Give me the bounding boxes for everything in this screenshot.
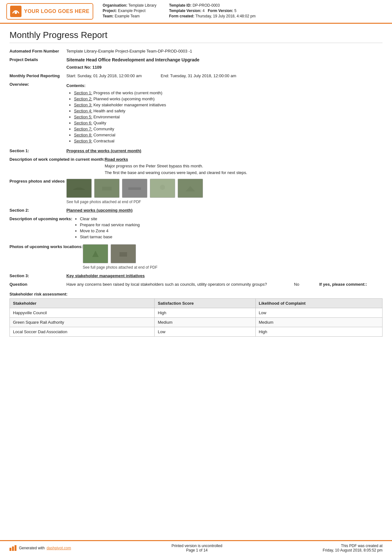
progress-photos-label: Progress photos and videos [9, 179, 66, 184]
overview-row: Overview: Contents: Section 1: Progress … [9, 82, 383, 145]
list-item: Prepare for road service marking [80, 222, 383, 227]
table-body: Happyville Council High Low Green Square… [10, 308, 383, 337]
cell-stakeholder: Green Square Rail Authority [10, 318, 155, 327]
footer-center-line2: Page 1 of 14 [171, 548, 222, 552]
photo-caption: See full page photos attached at end of … [66, 200, 383, 204]
question-inline-row: Have any concerns been raised by local s… [66, 282, 383, 287]
list-item: Section 1: Progress of the works (curren… [74, 90, 383, 95]
team-row: Team: Example Team [103, 14, 156, 18]
header-meta: Organisation: Template Library Project: … [103, 3, 383, 20]
org-row: Organisation: Template Library [103, 3, 156, 8]
overview-value: Contents: Section 1: Progress of the wor… [66, 82, 383, 145]
cell-satisfaction: High [155, 308, 255, 318]
section8-link[interactable]: Section 8: [74, 133, 92, 137]
monthly-period-value: Start: Sunday, 01 July 2018, 12:00:00 am… [66, 73, 383, 78]
upcoming-works-row: Description of upcoming works: Clear sit… [9, 216, 383, 240]
upcoming-photo-2 [111, 244, 136, 263]
contract-no: Contract No: 1109 [66, 65, 383, 70]
period-end: End: Tuesday, 31 July 2018, 12:00:00 am [161, 73, 236, 78]
list-item: Start tarmac base [80, 234, 383, 239]
photos-row [66, 179, 383, 198]
monthly-period-row: Monthly Period Reporting Start: Sunday, … [9, 73, 383, 78]
question-answer: No [294, 282, 313, 287]
svg-rect-14 [15, 545, 16, 551]
cell-satisfaction: Medium [155, 318, 255, 327]
section4-link[interactable]: Section 4: [74, 109, 92, 113]
contents-title: Contents: [66, 83, 383, 88]
work-desc1: Major progress on the Peter Street bypas… [105, 164, 383, 168]
main-content: Monthly Progress Report Automated Form N… [0, 24, 392, 540]
period-start: Start: Sunday, 01 July 2018, 12:00:00 am [66, 73, 142, 78]
photo-thumb-3 [122, 179, 147, 198]
overview-label: Overview: [9, 82, 66, 87]
section2-heading: Planned works (upcoming month) [66, 208, 383, 213]
header: YOUR LOGO GOES HERE Organisation: Templa… [0, 0, 392, 24]
footer-link[interactable]: dashpivot.com [46, 546, 71, 550]
section2-link[interactable]: Section 2: [74, 97, 92, 101]
cell-stakeholder: Happyville Council [10, 308, 155, 318]
progress-photos-row: Progress photos and videos [9, 179, 383, 204]
project-row: Project: Example Project [103, 9, 156, 13]
section7-link[interactable]: Section 7: [74, 127, 92, 131]
table-row: Happyville Council High Low [10, 308, 383, 318]
page-title: Monthly Progress Report [9, 30, 383, 43]
footer-logo-icon [9, 545, 17, 551]
col-satisfaction: Satisfaction Score [155, 299, 255, 308]
section5-link[interactable]: Section 5: [74, 115, 92, 119]
stakeholder-section: Stakeholder risk assessment: Stakeholder… [9, 292, 383, 337]
list-item: Section 6: Quality [74, 121, 383, 125]
upcoming-photo-1 [83, 244, 108, 263]
automated-form-value: Template Library-Example Project-Example… [66, 49, 383, 53]
svg-point-7 [160, 185, 165, 190]
work-description-label: Description of work completed in current… [9, 157, 105, 162]
svg-rect-5 [128, 187, 141, 190]
logo-box: YOUR LOGO GOES HERE [6, 3, 93, 20]
upcoming-works-label: Description of upcoming works: [9, 216, 72, 221]
question-comment-label: If yes, please comment:: [319, 282, 383, 287]
section2-heading-row: Section 2: Planned works (upcoming month… [9, 208, 383, 213]
footer-right: This PDF was created at Friday, 10 Augus… [323, 544, 383, 552]
cell-likelihood: Medium [255, 318, 382, 327]
footer-left: Generated with dashpivot.com [9, 545, 71, 551]
section1-heading: Progress of the works (current month) [66, 148, 383, 153]
table-row: Green Square Rail Authority Medium Mediu… [10, 318, 383, 327]
header-col-right: Template ID: DP-PROD-0003 Template Versi… [169, 3, 256, 20]
logo-icon [10, 6, 21, 17]
col-likelihood: Likelihood of Complaint [255, 299, 382, 308]
list-item: Section 7: Community [74, 127, 383, 131]
section3-label: Section 3: [9, 273, 66, 278]
work-description-row: Description of work completed in current… [9, 157, 383, 175]
project-details-container: Sitemate Head Office Redevelopment and I… [66, 57, 383, 70]
project-details-row: Project Details Sitemate Head Office Red… [9, 57, 383, 70]
header-col-left: Organisation: Template Library Project: … [103, 3, 156, 20]
work-desc2: The first the base and wearing courses w… [105, 170, 383, 175]
upcoming-photo-caption: See full page photos attached at end of … [83, 265, 383, 270]
list-item: Section 5: Environmental [74, 115, 383, 119]
table-header: Stakeholder Satisfaction Score Likelihoo… [10, 299, 383, 308]
footer: Generated with dashpivot.com Printed ver… [0, 540, 392, 555]
section6-link[interactable]: Section 6: [74, 121, 92, 125]
cell-likelihood: High [255, 327, 382, 337]
footer-generated-text: Generated with [19, 546, 45, 550]
list-item: Section 9: Contractual [74, 139, 383, 143]
template-id-row: Template ID: DP-PROD-0003 [169, 3, 256, 8]
table-header-row: Stakeholder Satisfaction Score Likelihoo… [10, 299, 383, 308]
upcoming-photos-thumbs [83, 244, 383, 263]
cell-satisfaction: Low [155, 327, 255, 337]
section3-link[interactable]: Section 3: [74, 103, 92, 107]
cell-stakeholder: Local Soccer Dad Association [10, 327, 155, 337]
stakeholder-label: Stakeholder risk assessment: [9, 292, 383, 296]
section9-link[interactable]: Section 9: [74, 139, 92, 143]
col-stakeholder: Stakeholder [10, 299, 155, 308]
photo-thumb-5 [178, 179, 203, 198]
list-item: Clear site [80, 216, 383, 221]
list-item: Section 8: Commercial [74, 133, 383, 137]
section1-link[interactable]: Section 1: [74, 90, 92, 95]
upcoming-works-list: Clear site Prepare for road service mark… [72, 216, 383, 239]
progress-photos-value: See full page photos attached at end of … [66, 179, 383, 204]
contents-list: Section 1: Progress of the works (curren… [66, 90, 383, 143]
logo-area: YOUR LOGO GOES HERE [6, 3, 93, 20]
footer-center-line1: Printed version is uncontrolled [171, 544, 222, 548]
form-created-row: Form created: Thursday, 19 July 2018, 4:… [169, 14, 256, 18]
upcoming-photos-label: Photos of upcoming works locations: [9, 244, 83, 249]
